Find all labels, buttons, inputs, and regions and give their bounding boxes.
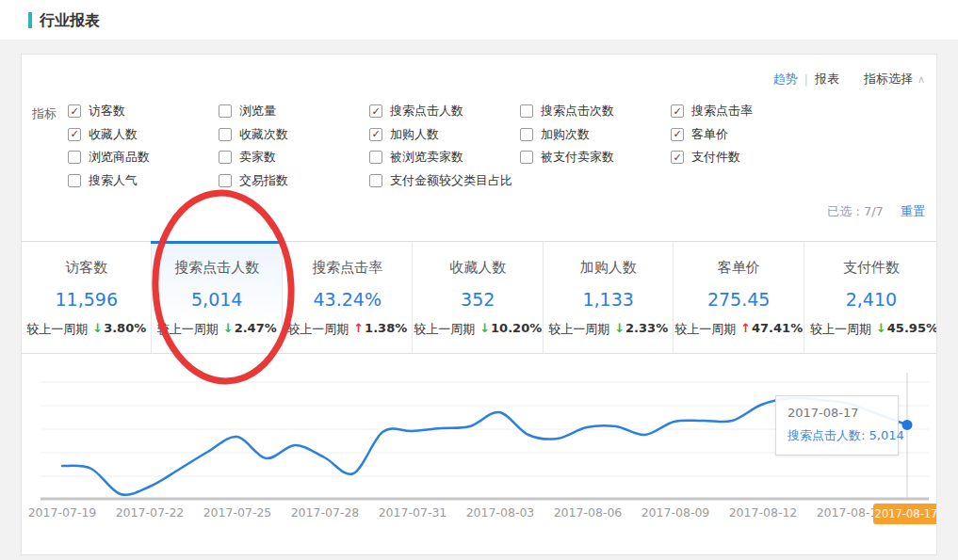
kpi-value: 11,596 xyxy=(22,289,151,310)
kpi-change: 较上一周期↓2.47% xyxy=(152,321,281,338)
kpi-value: 43.24% xyxy=(283,289,412,310)
checkbox-item-favorite-count[interactable]: 收藏次数 xyxy=(219,123,367,147)
checkbox-icon[interactable] xyxy=(219,151,232,164)
kpi-value: 2,410 xyxy=(804,289,937,310)
kpi-change: 较上一周期↓45.95% xyxy=(804,321,937,338)
kpi-title: 客单价 xyxy=(674,259,803,277)
checkbox-item-favorite-users[interactable]: 收藏人数 xyxy=(68,123,217,147)
checkbox-icon[interactable] xyxy=(219,174,232,187)
metrics-group-label: 指标 xyxy=(32,105,57,122)
kpi-change: 较上一周期↓2.33% xyxy=(544,321,673,338)
view-switcher: 趋势 | 报表 指标选择 ∧ xyxy=(773,71,925,88)
x-tick-label: 2017-08-06 xyxy=(545,505,630,520)
checkbox-item-viewed-products[interactable]: 浏览商品数 xyxy=(68,146,217,169)
chevron-up-icon[interactable]: ∧ xyxy=(917,73,925,86)
down-arrow-icon: ↓ xyxy=(876,321,886,338)
checkbox-icon[interactable] xyxy=(219,128,232,141)
checkbox-item-search-popularity[interactable]: 搜索人气 xyxy=(68,169,217,193)
page-title: 行业报表 xyxy=(40,11,100,31)
checkbox-icon[interactable] xyxy=(369,128,382,141)
checkbox-item-search-click-users[interactable]: 搜索点击人数 xyxy=(369,100,518,123)
tooltip-date: 2017-08-17 xyxy=(788,406,886,420)
kpi-card-cart-users[interactable]: 加购人数 1,133 较上一周期↓2.33% xyxy=(543,242,673,353)
reset-button[interactable]: 重置 xyxy=(901,204,925,218)
checkbox-item-cart-users[interactable]: 加购人数 xyxy=(369,123,518,147)
checkbox-item-pageviews[interactable]: 浏览量 xyxy=(219,100,367,123)
kpi-card-paid-items[interactable]: 支付件数 2,410 较上一周期↓45.95% xyxy=(804,242,937,353)
kpi-title: 加购人数 xyxy=(544,259,673,277)
trend-view-link[interactable]: 趋势 xyxy=(773,71,798,88)
checkbox-icon[interactable] xyxy=(68,128,81,141)
down-arrow-icon: ↓ xyxy=(223,321,234,338)
kpi-title: 收藏人数 xyxy=(413,259,542,277)
page-header: 行业报表 xyxy=(0,0,958,40)
checkbox-icon[interactable] xyxy=(369,151,382,164)
selected-count: 已选 : 7/7 xyxy=(827,204,884,218)
chart-tooltip: 2017-08-17 搜索点击人数: 5,014 xyxy=(775,395,899,456)
metric-column-3: 搜索点击人数 加购人数 被浏览卖家数 支付金额较父类目占比 xyxy=(369,100,518,192)
metric-column-2: 浏览量 收藏次数 卖家数 交易指数 xyxy=(219,100,367,192)
checkbox-item-paid-sellers[interactable]: 被支付卖家数 xyxy=(520,146,669,169)
x-tick-label: 2017-07-31 xyxy=(370,505,455,520)
x-tick-label: 2017-08-12 xyxy=(721,505,805,520)
kpi-title: 访客数 xyxy=(22,259,151,277)
report-view-link[interactable]: 报表 xyxy=(815,71,839,88)
metric-select-toggle[interactable]: 指标选择 xyxy=(864,71,913,88)
kpi-value: 5,014 xyxy=(152,289,281,310)
checkbox-item-avg-order-value[interactable]: 客单价 xyxy=(671,123,820,147)
up-arrow-icon: ↑ xyxy=(353,321,364,338)
checkbox-icon[interactable] xyxy=(219,104,232,118)
checkbox-item-trade-index[interactable]: 交易指数 xyxy=(219,169,367,193)
up-arrow-icon: ↑ xyxy=(740,321,751,338)
checkbox-item-cart-count[interactable]: 加购次数 xyxy=(520,123,669,147)
kpi-change: 较上一周期↑1.38% xyxy=(283,321,412,338)
checkbox-icon[interactable] xyxy=(520,128,533,141)
checkbox-icon[interactable] xyxy=(68,104,81,118)
kpi-change: 较上一周期↑47.41% xyxy=(674,321,803,338)
down-arrow-icon: ↓ xyxy=(479,321,490,338)
checkbox-item-paid-items[interactable]: 支付件数 xyxy=(671,146,820,169)
kpi-card-favorite-users[interactable]: 收藏人数 352 较上一周期↓10.20% xyxy=(412,242,542,353)
kpi-title: 搜索点击人数 xyxy=(152,259,281,277)
selection-summary: 已选 : 7/7 重置 xyxy=(827,203,925,220)
checkbox-icon[interactable] xyxy=(68,174,81,187)
kpi-card-search-click-users[interactable]: 搜索点击人数 5,014 较上一周期↓2.47% xyxy=(151,242,281,353)
x-tick-label: 2017-08-09 xyxy=(633,505,718,520)
checkbox-item-visitors[interactable]: 访客数 xyxy=(68,100,217,123)
checkbox-item-sellers[interactable]: 卖家数 xyxy=(219,146,367,169)
checkbox-icon[interactable] xyxy=(68,151,81,164)
current-date-badge[interactable]: 2017-08-17 xyxy=(873,504,937,524)
checkbox-icon[interactable] xyxy=(369,104,382,118)
checkbox-item-search-ctr[interactable]: 搜索点击率 xyxy=(671,100,820,123)
kpi-title: 支付件数 xyxy=(804,259,937,277)
x-tick-label: 2017-07-25 xyxy=(195,505,280,520)
view-divider: | xyxy=(804,72,808,87)
kpi-title: 搜索点击率 xyxy=(283,259,412,277)
kpi-change: 较上一周期↓10.20% xyxy=(413,321,542,338)
kpi-value: 1,133 xyxy=(544,289,673,310)
checkbox-icon[interactable] xyxy=(671,151,684,164)
kpi-card-visitors[interactable]: 访客数 11,596 较上一周期↓3.80% xyxy=(22,242,151,353)
kpi-cards-row: 访客数 11,596 较上一周期↓3.80% 搜索点击人数 5,014 较上一周… xyxy=(22,241,937,354)
checkbox-icon[interactable] xyxy=(671,128,684,141)
kpi-card-avg-order-value[interactable]: 客单价 275.45 较上一周期↑47.41% xyxy=(673,242,803,353)
x-tick-label: 2017-08-03 xyxy=(458,505,543,520)
checkbox-item-search-click-count[interactable]: 搜索点击次数 xyxy=(520,100,669,123)
down-arrow-icon: ↓ xyxy=(92,321,103,338)
checkbox-icon[interactable] xyxy=(520,104,533,118)
kpi-value: 275.45 xyxy=(674,289,803,310)
kpi-change: 较上一周期↓3.80% xyxy=(22,321,151,338)
metric-column-1: 访客数 收藏人数 浏览商品数 搜索人气 xyxy=(68,100,217,192)
down-arrow-icon: ↓ xyxy=(614,321,625,338)
checkbox-icon[interactable] xyxy=(520,151,533,164)
x-tick-label: 2017-07-19 xyxy=(21,505,105,520)
x-tick-label: 2017-07-22 xyxy=(107,505,192,520)
metric-column-5: 搜索点击率 客单价 支付件数 xyxy=(671,100,820,169)
checkbox-icon[interactable] xyxy=(671,104,684,118)
title-accent-bar xyxy=(28,12,32,28)
checkbox-item-payment-ratio[interactable]: 支付金额较父类目占比 xyxy=(369,169,518,193)
checkbox-icon[interactable] xyxy=(369,174,382,187)
checkbox-item-viewed-sellers[interactable]: 被浏览卖家数 xyxy=(369,146,518,169)
report-panel: 趋势 | 报表 指标选择 ∧ 指标 访客数 收藏人数 浏览商品数 搜索人气 浏览… xyxy=(21,54,937,555)
kpi-card-search-ctr[interactable]: 搜索点击率 43.24% 较上一周期↑1.38% xyxy=(282,242,412,353)
